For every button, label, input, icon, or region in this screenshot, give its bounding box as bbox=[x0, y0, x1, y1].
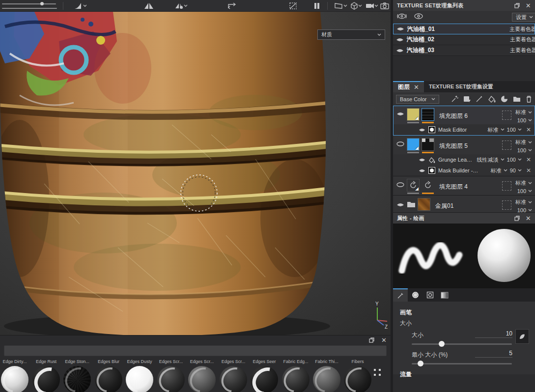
layer-row[interactable]: ◢ 填充图层 4 标准 100 bbox=[393, 176, 535, 196]
shelf-asset[interactable]: Edges Scr... bbox=[156, 359, 186, 392]
eye-icon[interactable] bbox=[396, 112, 404, 116]
deselect-icon[interactable] bbox=[287, 1, 300, 10]
uv-tile-toggle[interactable] bbox=[502, 140, 511, 150]
layer-color-thumbnail[interactable]: ◢ bbox=[407, 108, 420, 121]
eye-hidden-icon[interactable] bbox=[396, 141, 404, 146]
add-fill-layer-icon[interactable] bbox=[463, 95, 471, 103]
texture-set-row[interactable]: 汽油桶_02 主要着色器 bbox=[393, 34, 535, 45]
remove-effect-icon[interactable]: ✕ bbox=[526, 167, 531, 174]
eye-icon[interactable] bbox=[419, 158, 425, 162]
eye-icon[interactable] bbox=[419, 168, 425, 173]
shelf-asset[interactable]: Edge Dirty... bbox=[0, 359, 29, 392]
layer-mask-thumbnail[interactable] bbox=[422, 108, 434, 121]
shelf-asset[interactable]: Edges Blur bbox=[94, 359, 123, 392]
close-tab-icon[interactable]: ✕ bbox=[414, 84, 419, 90]
folder-icon[interactable] bbox=[513, 96, 521, 102]
layer-mask-thumbnail[interactable] bbox=[422, 138, 434, 151]
opacity-select[interactable]: 100 bbox=[507, 157, 522, 163]
min-size-slider[interactable] bbox=[412, 361, 512, 366]
layer-color-thumbnail[interactable]: ◢ bbox=[407, 138, 420, 151]
solo-eye-icon[interactable] bbox=[414, 13, 423, 22]
shelf-asset[interactable]: Edge Ston... bbox=[62, 359, 92, 392]
blend-mode-select[interactable]: 标准 bbox=[515, 109, 532, 116]
shelf-asset[interactable]: Edges Scr... bbox=[219, 359, 248, 392]
layer-mask-loading-icon[interactable] bbox=[422, 179, 434, 192]
mesh-display-icon[interactable] bbox=[348, 1, 365, 10]
eye-icon[interactable] bbox=[396, 48, 404, 53]
texture-set-row[interactable]: 汽油桶_01 主要着色器 bbox=[393, 24, 535, 34]
shelf-asset[interactable]: Edges Scr... bbox=[187, 359, 217, 392]
close-icon[interactable]: ✕ bbox=[526, 215, 531, 222]
shelf-asset[interactable]: Edges Seer bbox=[250, 359, 279, 392]
layer-thumbnail-loading-icon[interactable]: ◢ bbox=[407, 179, 420, 192]
folder-icon[interactable] bbox=[407, 200, 416, 208]
pause-engine-icon[interactable] bbox=[310, 1, 323, 10]
tab-material[interactable] bbox=[437, 288, 452, 302]
float-window-icon[interactable] bbox=[369, 337, 374, 343]
tab-brush[interactable] bbox=[393, 288, 408, 302]
screenshot-camera-icon[interactable] bbox=[378, 1, 391, 10]
close-icon[interactable]: ✕ bbox=[381, 337, 387, 343]
grid-view-icon[interactable] bbox=[372, 369, 381, 378]
opacity-select[interactable]: 100 bbox=[517, 147, 532, 153]
add-paint-layer-icon[interactable] bbox=[476, 95, 483, 103]
tab-texture-set-settings[interactable]: TEXTURE SET纹理集设置 bbox=[424, 81, 498, 92]
texture-set-row[interactable]: 汽油桶_03 主要着色器 bbox=[393, 45, 535, 56]
trash-icon[interactable] bbox=[526, 95, 532, 103]
opacity-select[interactable]: 100 bbox=[517, 117, 532, 123]
eye-icon[interactable] bbox=[419, 128, 425, 132]
blend-mode-select[interactable]: 标准 bbox=[515, 198, 532, 206]
layer-effect-row[interactable]: Mask Editor 标准 100 ✕ bbox=[393, 124, 535, 135]
fill-bucket-icon[interactable] bbox=[488, 95, 496, 103]
pen-pressure-toggle[interactable] bbox=[515, 329, 529, 344]
shelf-asset[interactable]: Fabric Thi... bbox=[312, 359, 341, 392]
remove-effect-icon[interactable]: ✕ bbox=[526, 156, 531, 163]
channel-select[interactable]: Base Color bbox=[396, 95, 439, 104]
blend-mode-select[interactable]: 标准 bbox=[488, 126, 505, 134]
add-effect-wand-icon[interactable] bbox=[451, 95, 458, 103]
uv-tile-toggle[interactable] bbox=[502, 111, 511, 120]
lazy-mouse-path-icon[interactable] bbox=[226, 1, 239, 10]
layer-thumbnail[interactable] bbox=[418, 198, 430, 211]
eye-hidden-icon[interactable] bbox=[396, 182, 404, 187]
tab-alpha[interactable] bbox=[408, 288, 422, 302]
viewport-display-mode-dropdown[interactable]: 材质 bbox=[317, 29, 385, 40]
opacity-select[interactable]: 100 bbox=[517, 207, 532, 213]
uv-tile-toggle[interactable] bbox=[502, 200, 511, 210]
blend-mode-select[interactable]: 标准 bbox=[515, 179, 532, 187]
falloff-curve-icon[interactable] bbox=[74, 1, 86, 10]
layer-row[interactable]: ◢ 填充图层 6 标准 100 bbox=[393, 106, 535, 136]
perspective-view-icon[interactable] bbox=[332, 1, 349, 10]
layer-effect-row[interactable]: Grunge Lea… 线性减淡 100 ✕ bbox=[393, 154, 535, 165]
size-slider[interactable] bbox=[412, 341, 512, 347]
tab-stencil[interactable] bbox=[422, 288, 437, 302]
3d-viewport[interactable]: Y Z 材质 bbox=[0, 12, 391, 335]
layer-row[interactable]: ◢ 填充图层 5 标准 100 bbox=[393, 136, 535, 176]
blend-mode-select[interactable]: 线性减淡 bbox=[477, 156, 505, 164]
opacity-select[interactable]: 100 bbox=[507, 127, 522, 133]
remove-effect-icon[interactable]: ✕ bbox=[526, 126, 531, 133]
settings-button[interactable]: 设置 bbox=[512, 13, 535, 22]
uv-tile-toggle[interactable] bbox=[502, 181, 511, 191]
layer-row[interactable]: 金属01 标准 100 bbox=[393, 196, 535, 213]
shelf-asset[interactable]: Fabric Edg... bbox=[281, 359, 310, 392]
blend-mode-select[interactable]: 标准 bbox=[515, 139, 532, 146]
float-window-icon[interactable] bbox=[514, 3, 520, 8]
camera-view-icon[interactable] bbox=[364, 1, 380, 10]
smart-material-icon[interactable] bbox=[501, 95, 508, 103]
close-icon[interactable]: ✕ bbox=[526, 2, 531, 9]
eye-icon[interactable] bbox=[396, 202, 404, 207]
eye-icon[interactable] bbox=[396, 27, 404, 31]
shelf-asset[interactable]: Fibers bbox=[343, 359, 372, 392]
shelf-asset[interactable]: Edges Dusty bbox=[125, 359, 154, 392]
blend-mode-select[interactable]: 标准 bbox=[491, 167, 507, 174]
shelf-asset[interactable]: Edge Rust bbox=[31, 359, 61, 392]
visibility-sync-eye-icon[interactable] bbox=[397, 13, 407, 22]
float-window-icon[interactable] bbox=[514, 216, 520, 221]
layer-effect-row[interactable]: Mask Builder -… 标准 90 ✕ bbox=[393, 165, 535, 176]
symmetry-icon[interactable] bbox=[142, 1, 155, 10]
opacity-select[interactable]: 90 bbox=[510, 168, 522, 173]
shelf-search-input[interactable] bbox=[4, 345, 387, 356]
tab-layers[interactable]: 图层 ✕ bbox=[393, 81, 424, 92]
symmetry-settings-icon[interactable] bbox=[172, 1, 191, 10]
